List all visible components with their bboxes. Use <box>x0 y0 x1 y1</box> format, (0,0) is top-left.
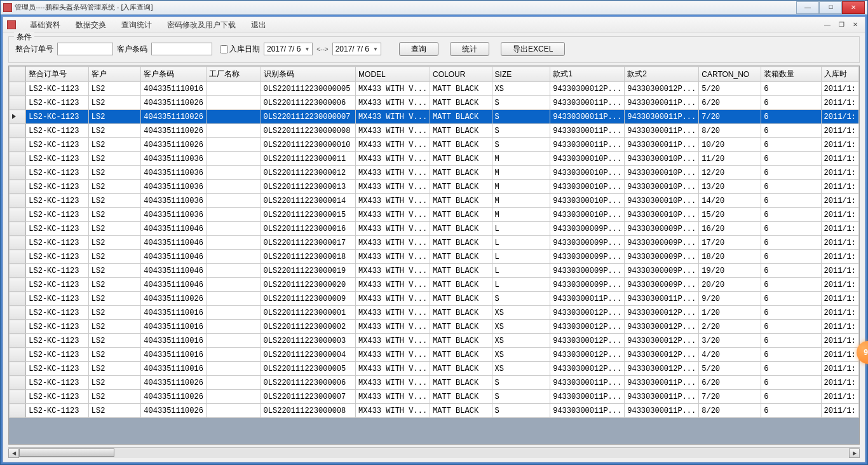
table-cell[interactable]: LS2 <box>88 264 141 278</box>
titlebar[interactable]: 管理员----鹏程头盔条码管理系统 - [入库查询] — ☐ ✕ <box>1 1 867 15</box>
table-cell[interactable]: 4/20 <box>699 348 761 362</box>
table-cell[interactable]: 0LS220111223000004 <box>261 348 355 362</box>
table-cell[interactable]: LS2-KC-1123 <box>26 362 88 376</box>
table-cell[interactable]: 4043351110036 <box>141 152 207 166</box>
table-cell[interactable]: 2011/1: <box>821 264 858 278</box>
table-cell[interactable]: 0LS220111223000013 <box>261 180 355 194</box>
table-cell[interactable]: 2011/1: <box>821 166 858 180</box>
table-cell[interactable]: 2011/1: <box>821 82 858 96</box>
table-cell[interactable]: 94330300009P... <box>550 236 625 250</box>
table-cell[interactable]: 6 <box>761 264 821 278</box>
table-cell[interactable]: LS2-KC-1123 <box>26 138 88 152</box>
table-cell[interactable]: LS2 <box>88 194 141 208</box>
table-cell[interactable]: 94330300011P... <box>625 376 699 390</box>
row-header[interactable] <box>10 180 26 194</box>
table-cell[interactable]: LS2-KC-1123 <box>26 82 88 96</box>
row-header[interactable] <box>10 264 26 278</box>
table-cell[interactable]: MATT BLACK <box>430 334 492 348</box>
table-cell[interactable]: 94330300010P... <box>550 208 625 222</box>
table-cell[interactable] <box>206 138 261 152</box>
table-cell[interactable]: 0LS220111223000002 <box>261 320 355 334</box>
table-cell[interactable]: MX433 WITH V... <box>356 250 430 264</box>
table-cell[interactable]: 94330300011P... <box>550 124 625 138</box>
row-header[interactable] <box>10 362 26 376</box>
table-cell[interactable]: LS2 <box>88 390 141 404</box>
table-cell[interactable]: 94330300012P... <box>550 334 625 348</box>
table-cell[interactable]: LS2-KC-1123 <box>26 124 88 138</box>
table-cell[interactable]: 94330300010P... <box>625 180 699 194</box>
table-row[interactable]: LS2-KC-1123LS240433511100260LS2201112230… <box>10 96 859 110</box>
table-cell[interactable]: LS2 <box>88 306 141 320</box>
column-header[interactable]: 入库时 <box>821 67 858 82</box>
table-cell[interactable]: MATT BLACK <box>430 166 492 180</box>
table-cell[interactable]: 94330300009P... <box>625 264 699 278</box>
table-cell[interactable]: MX433 WITH V... <box>356 334 430 348</box>
table-cell[interactable]: 18/20 <box>699 250 761 264</box>
barcode-input[interactable] <box>151 43 212 55</box>
row-header[interactable] <box>10 390 26 404</box>
table-cell[interactable]: 6 <box>761 110 821 124</box>
table-cell[interactable]: 6 <box>761 390 821 404</box>
table-cell[interactable]: 0LS220111223000017 <box>261 236 355 250</box>
table-cell[interactable]: MX433 WITH V... <box>356 236 430 250</box>
table-cell[interactable] <box>206 82 261 96</box>
table-cell[interactable]: LS2 <box>88 180 141 194</box>
table-cell[interactable]: 94330300011P... <box>550 390 625 404</box>
table-cell[interactable] <box>206 236 261 250</box>
table-cell[interactable]: 20/20 <box>699 278 761 292</box>
table-cell[interactable]: 0LS220111223000016 <box>261 222 355 236</box>
row-header[interactable] <box>10 404 26 418</box>
row-header[interactable] <box>10 334 26 348</box>
table-cell[interactable]: MATT BLACK <box>430 278 492 292</box>
table-cell[interactable]: M <box>492 166 550 180</box>
table-cell[interactable]: LS2 <box>88 96 141 110</box>
table-cell[interactable] <box>206 320 261 334</box>
table-cell[interactable]: MX433 WITH V... <box>356 278 430 292</box>
table-cell[interactable]: 4043351110046 <box>141 222 207 236</box>
table-cell[interactable]: 4043351110016 <box>141 334 207 348</box>
table-cell[interactable]: 94330300009P... <box>550 222 625 236</box>
table-row[interactable]: LS2-KC-1123LS240433511100360LS2201112230… <box>10 180 859 194</box>
table-cell[interactable]: 94330300011P... <box>625 110 699 124</box>
table-cell[interactable]: 6 <box>761 236 821 250</box>
table-cell[interactable]: 2011/1: <box>821 404 858 418</box>
table-cell[interactable]: 94330300012P... <box>550 320 625 334</box>
table-cell[interactable]: MX433 WITH V... <box>356 390 430 404</box>
table-cell[interactable]: XS <box>492 348 550 362</box>
table-cell[interactable]: 94330300010P... <box>625 152 699 166</box>
row-header[interactable] <box>10 138 26 152</box>
row-header[interactable] <box>10 194 26 208</box>
table-cell[interactable]: 6/20 <box>699 96 761 110</box>
table-cell[interactable]: 94330300010P... <box>625 194 699 208</box>
table-cell[interactable]: XS <box>492 334 550 348</box>
table-cell[interactable]: 94330300009P... <box>625 222 699 236</box>
table-cell[interactable]: 94330300011P... <box>550 96 625 110</box>
table-cell[interactable]: XS <box>492 82 550 96</box>
table-cell[interactable]: 2011/1: <box>821 138 858 152</box>
table-cell[interactable]: 0LS2201112230000010 <box>261 138 355 152</box>
table-cell[interactable]: 4043351110016 <box>141 306 207 320</box>
scroll-left-button[interactable]: ◀ <box>8 448 19 458</box>
table-cell[interactable]: LS2 <box>88 138 141 152</box>
table-cell[interactable]: M <box>492 180 550 194</box>
table-cell[interactable]: 4043351110036 <box>141 208 207 222</box>
table-cell[interactable]: MX433 WITH V... <box>356 194 430 208</box>
table-cell[interactable]: 5/20 <box>699 82 761 96</box>
table-cell[interactable]: LS2 <box>88 110 141 124</box>
table-row[interactable]: LS2-KC-1123LS240433511100260LS2201112230… <box>10 110 859 124</box>
table-cell[interactable]: LS2 <box>88 222 141 236</box>
table-cell[interactable]: 94330300011P... <box>550 292 625 306</box>
table-cell[interactable]: 4043351110046 <box>141 278 207 292</box>
table-cell[interactable]: LS2-KC-1123 <box>26 236 88 250</box>
table-row[interactable]: LS2-KC-1123LS240433511100360LS2201112230… <box>10 152 859 166</box>
table-cell[interactable]: 94330300011P... <box>625 292 699 306</box>
table-cell[interactable]: MX433 WITH V... <box>356 110 430 124</box>
table-cell[interactable] <box>206 222 261 236</box>
menu-query[interactable]: 查询统计 <box>114 18 159 32</box>
maximize-button[interactable]: ☐ <box>819 1 842 14</box>
table-cell[interactable]: LS2-KC-1123 <box>26 250 88 264</box>
table-cell[interactable]: 17/20 <box>699 236 761 250</box>
table-cell[interactable]: 3/20 <box>699 334 761 348</box>
table-cell[interactable]: 4043351110016 <box>141 82 207 96</box>
table-cell[interactable]: 2011/1: <box>821 292 858 306</box>
